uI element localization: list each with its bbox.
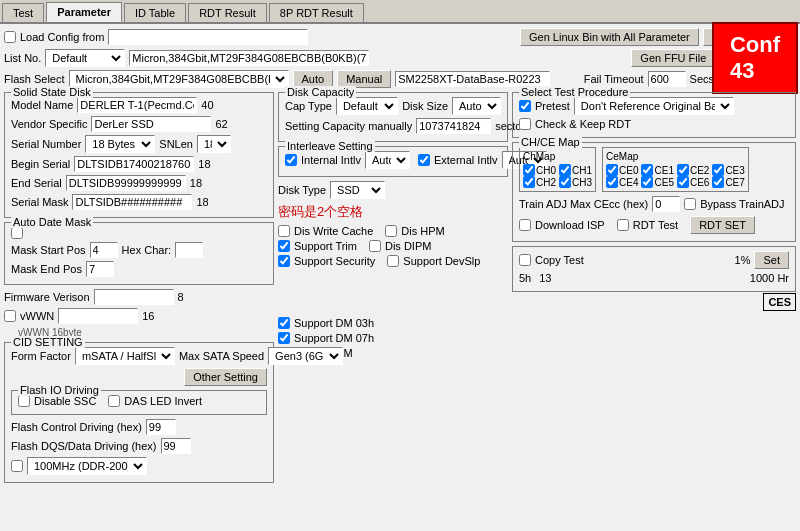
download-isp-checkbox[interactable] xyxy=(519,219,531,231)
load-config-input[interactable] xyxy=(108,29,308,45)
vwwn-checkbox[interactable] xyxy=(4,310,16,322)
flash-select-select[interactable]: Micron,384Gbit,MT29F384G08EBCBB(B0KB)(78… xyxy=(69,70,289,88)
dis-dipm-checkbox[interactable] xyxy=(369,240,381,252)
ce4-checkbox[interactable] xyxy=(606,176,618,188)
tab-parameter[interactable]: Parameter xyxy=(46,2,122,22)
das-led-invert-checkbox[interactable] xyxy=(108,395,120,407)
form-factor-select[interactable]: mSATA / HalfSlim xyxy=(75,347,175,365)
end-serial-num: 18 xyxy=(190,177,202,189)
tab-test[interactable]: Test xyxy=(2,3,44,22)
hex-char-input[interactable] xyxy=(175,242,203,258)
vwwn-input[interactable] xyxy=(58,308,138,324)
tab-8p-rdt-result[interactable]: 8P RDT Result xyxy=(269,3,364,22)
bypass-trainadj-checkbox[interactable] xyxy=(684,198,696,210)
ce3-checkbox[interactable] xyxy=(712,164,724,176)
fail-timeout-input[interactable] xyxy=(648,71,686,87)
copy-test-progress: 1% xyxy=(735,254,751,266)
rdt-test-checkbox[interactable] xyxy=(617,219,629,231)
copy-test-v1: 5h xyxy=(519,272,531,284)
disable-ssc-label: Disable SSC xyxy=(34,395,96,407)
copy-test-set-button[interactable]: Set xyxy=(754,251,789,269)
flash-dqs-label: Flash DQS/Data Driving (hex) xyxy=(11,440,157,452)
flash-dqs-input[interactable] xyxy=(161,438,191,454)
ch3-checkbox[interactable] xyxy=(559,176,571,188)
support-dm07h-label: Support DM 07h xyxy=(294,332,374,344)
support-trim-label: Support Trim xyxy=(294,240,357,252)
train-adj-input[interactable] xyxy=(652,196,680,212)
ce7-checkbox[interactable] xyxy=(712,176,724,188)
gen-linux-bin-button[interactable]: Gen Linux Bin with All Parameter xyxy=(520,28,699,46)
vendor-specific-input[interactable] xyxy=(91,116,211,132)
support-dm03h-checkbox[interactable] xyxy=(278,317,290,329)
copy-test-values: 5h 13 1000 Hr xyxy=(519,272,789,284)
tab-rdt-result[interactable]: RDT Result xyxy=(188,3,267,22)
begin-serial-input[interactable] xyxy=(74,156,194,172)
mask-start-pos-input[interactable] xyxy=(90,242,118,258)
cid-setting-title: CID SETTING xyxy=(11,336,85,348)
support-dm07h-checkbox[interactable] xyxy=(278,332,290,344)
check-keep-rdt-label: Check & Keep RDT xyxy=(535,118,631,130)
database-input[interactable] xyxy=(395,71,550,87)
internal-intlv-checkbox[interactable] xyxy=(285,154,297,166)
ce0-checkbox[interactable] xyxy=(606,164,618,176)
cn-message: 密码是2个空格 xyxy=(278,203,363,221)
model-name-num: 40 xyxy=(201,99,213,111)
dis-hpm-label: Dis HPM xyxy=(401,225,444,237)
list-no-select[interactable]: Default xyxy=(45,49,125,67)
max-sata-select[interactable]: Gen3 (6Gb) xyxy=(268,347,343,365)
model-name-row: Model Name 40 xyxy=(11,97,267,113)
end-serial-label: End Serial xyxy=(11,177,62,189)
flash-control-input[interactable] xyxy=(146,419,176,435)
end-serial-input[interactable] xyxy=(66,175,186,191)
mask-start-pos-row: Mask Start Pos Hex Char: xyxy=(11,242,267,258)
serial-mask-input[interactable] xyxy=(72,194,192,210)
ces-area: CES xyxy=(512,296,796,308)
support-trim-checkbox[interactable] xyxy=(278,240,290,252)
mask-end-pos-label: Mask End Pos xyxy=(11,263,82,275)
auto-date-mask-checkbox[interactable] xyxy=(11,227,23,239)
dis-write-cache-checkbox[interactable] xyxy=(278,225,290,237)
cap-type-select[interactable]: Default xyxy=(336,97,398,115)
ce2-checkbox[interactable] xyxy=(677,164,689,176)
other-setting-button[interactable]: Other Setting xyxy=(184,368,267,386)
support-devslp-checkbox[interactable] xyxy=(387,255,399,267)
gen-ffu-file-button[interactable]: Gen FFU File xyxy=(631,49,715,67)
mask-end-pos-input[interactable] xyxy=(86,261,114,277)
ce1-checkbox[interactable] xyxy=(641,164,653,176)
left-column: Solid State Disk Model Name 40 Vendor Sp… xyxy=(4,92,274,487)
ce5-checkbox[interactable] xyxy=(641,176,653,188)
external-intlv-checkbox[interactable] xyxy=(418,154,430,166)
disk-size-select[interactable]: Auto xyxy=(452,97,501,115)
dis-hpm-checkbox[interactable] xyxy=(385,225,397,237)
solid-state-disk-group: Solid State Disk Model Name 40 Vendor Sp… xyxy=(4,92,274,218)
cemap-row2: CE4 CE5 CE6 CE7 xyxy=(606,176,745,188)
disable-ssc-checkbox[interactable] xyxy=(18,395,30,407)
internal-intlv-select[interactable]: Auto xyxy=(365,151,410,169)
cid-setting-group: CID SETTING Form Factor mSATA / HalfSlim… xyxy=(4,342,274,483)
model-name-input[interactable] xyxy=(77,97,197,113)
check-keep-rdt-checkbox[interactable] xyxy=(519,118,531,130)
tab-id-table[interactable]: ID Table xyxy=(124,3,186,22)
ce6-checkbox[interactable] xyxy=(677,176,689,188)
ch2-checkbox[interactable] xyxy=(523,176,535,188)
setting-capacity-input[interactable] xyxy=(416,118,491,134)
serial-number-select[interactable]: 18 Bytes xyxy=(85,135,155,153)
hex-char-label: Hex Char: xyxy=(122,244,172,256)
copy-test-checkbox[interactable] xyxy=(519,254,531,266)
load-config-checkbox[interactable] xyxy=(4,31,16,43)
pretest-checkbox[interactable] xyxy=(519,100,531,112)
flash-clock-select[interactable]: 100MHz (DDR-200) xyxy=(27,457,147,475)
disk-type-select[interactable]: SSD xyxy=(330,181,385,199)
snlen-select[interactable]: 18 xyxy=(197,135,231,153)
support-security-checkbox[interactable] xyxy=(278,255,290,267)
pretest-select[interactable]: Don't Reference Original Bad xyxy=(574,97,734,115)
firmware-input[interactable] xyxy=(94,289,174,305)
top-row: Load Config from Gen Linux Bin with All … xyxy=(4,28,796,46)
support-trim-row: Support Trim Dis DIPM xyxy=(278,240,508,252)
flash-model-input[interactable] xyxy=(129,50,369,66)
flash-clock-checkbox[interactable] xyxy=(11,460,23,472)
ch0-checkbox[interactable] xyxy=(523,164,535,176)
rdt-set-button[interactable]: RDT SET xyxy=(690,216,755,234)
firmware-row: Firmware Verison 8 xyxy=(4,289,274,305)
ch1-checkbox[interactable] xyxy=(559,164,571,176)
